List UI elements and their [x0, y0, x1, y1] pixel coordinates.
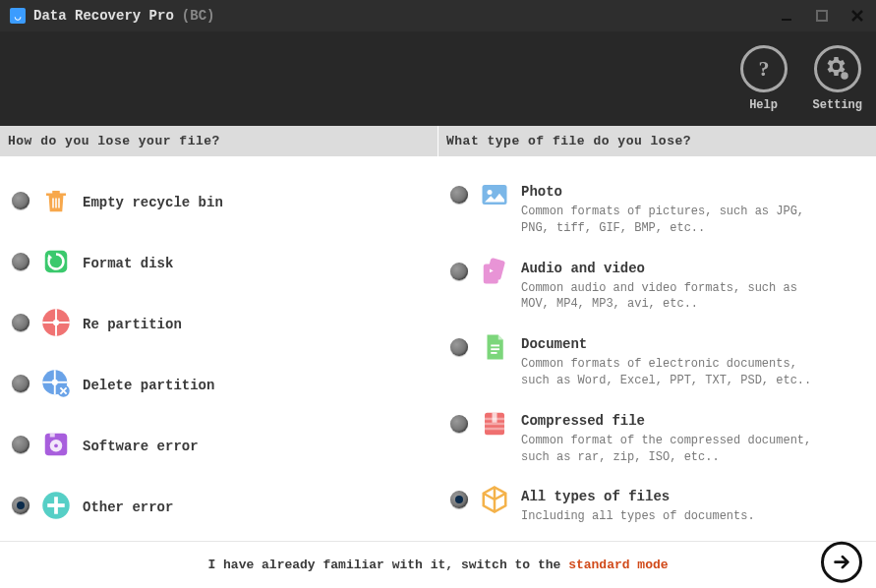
trash-icon — [41, 186, 71, 215]
svg-rect-26 — [484, 264, 498, 283]
right-column-header: What type of file do you lose? — [438, 126, 876, 156]
option-description: Common formats of electronic documents, … — [521, 356, 826, 389]
footer-text-before: I have already familiar with it, switch … — [207, 558, 568, 572]
maximize-button[interactable] — [813, 7, 831, 25]
del-partition-icon — [41, 369, 71, 398]
radio[interactable] — [450, 263, 468, 280]
option-description: Common audio and video formats, such as … — [521, 280, 826, 314]
minimize-button[interactable] — [778, 7, 795, 25]
standard-mode-link[interactable]: standard mode — [568, 558, 668, 572]
svg-point-11 — [53, 320, 59, 325]
titlebar: ◡ Data Recovery Pro (BC) — [0, 0, 876, 31]
svg-rect-32 — [485, 423, 504, 426]
setting-button[interactable]: Setting — [813, 45, 862, 112]
app-icon: ◡ — [10, 8, 26, 24]
radio[interactable] — [450, 186, 468, 204]
right-option-document[interactable]: DocumentCommon formats of electronic doc… — [446, 323, 868, 399]
format-icon — [41, 247, 71, 276]
left-option-other[interactable]: Other error — [8, 475, 430, 536]
zip-icon — [480, 409, 509, 439]
footer: I have already familiar with it, switch … — [0, 542, 876, 588]
svg-rect-28 — [491, 348, 499, 350]
radio[interactable] — [12, 497, 29, 514]
option-text: Audio and videoCommon audio and video fo… — [521, 257, 826, 314]
svg-rect-5 — [55, 199, 57, 208]
left-column: How do you lose your file? Empty recycle… — [0, 126, 438, 541]
option-text: Format disk — [83, 252, 173, 271]
left-option-del-partition[interactable]: Delete partition — [8, 353, 430, 414]
right-option-photo[interactable]: PhotoCommon formats of pictures, such as… — [446, 170, 868, 247]
radio[interactable] — [450, 338, 468, 356]
right-option-all[interactable]: All types of filesIncluding all types of… — [446, 475, 868, 535]
svg-rect-27 — [491, 345, 499, 347]
right-option-zip[interactable]: Compressed fileCommon format of the comp… — [446, 399, 868, 476]
setting-label: Setting — [813, 98, 862, 112]
left-options: Empty recycle binFormat diskRe partition… — [0, 156, 438, 550]
option-title: Format disk — [83, 256, 173, 271]
svg-point-15 — [52, 380, 58, 385]
option-description: Common format of the compressed document… — [521, 433, 826, 466]
radio[interactable] — [12, 375, 29, 392]
option-title: Other error — [83, 500, 173, 515]
option-text: Other error — [83, 496, 173, 515]
option-title: Document — [521, 336, 826, 352]
radio[interactable] — [12, 253, 29, 270]
left-option-format[interactable]: Format disk — [8, 231, 430, 292]
option-text: Compressed fileCommon format of the comp… — [521, 409, 826, 466]
option-text: Re partition — [83, 313, 182, 332]
option-title: Re partition — [83, 317, 182, 332]
radio[interactable] — [12, 436, 29, 453]
app-title-suffix: (BC) — [182, 8, 215, 24]
left-option-partition[interactable]: Re partition — [8, 292, 430, 353]
option-description: Including all types of documents. — [521, 508, 755, 525]
close-button[interactable] — [848, 7, 866, 25]
gear-icon — [814, 45, 861, 92]
software-icon — [41, 430, 71, 459]
window-controls — [778, 7, 866, 25]
footer-text: I have already familiar with it, switch … — [207, 558, 668, 572]
option-title: Audio and video — [521, 261, 826, 276]
svg-rect-29 — [491, 352, 496, 354]
titlebar-left: ◡ Data Recovery Pro (BC) — [10, 8, 214, 24]
toolbar: ? Help Setting — [0, 31, 876, 126]
app-title: Data Recovery Pro — [33, 8, 174, 24]
svg-point-19 — [54, 443, 58, 447]
svg-rect-1 — [817, 11, 827, 21]
content: How do you lose your file? Empty recycle… — [0, 126, 876, 542]
svg-rect-6 — [58, 199, 60, 208]
option-text: Software error — [83, 435, 199, 454]
right-column: What type of file do you lose? PhotoComm… — [438, 126, 876, 541]
help-icon: ? — [740, 45, 788, 92]
help-label: Help — [749, 98, 778, 112]
arrow-right-icon — [831, 551, 852, 572]
media-icon — [480, 257, 509, 286]
next-button[interactable] — [821, 541, 862, 582]
radio[interactable] — [12, 314, 29, 331]
svg-rect-22 — [47, 503, 65, 507]
option-text: PhotoCommon formats of pictures, such as… — [521, 180, 826, 237]
svg-point-3 — [841, 72, 847, 79]
option-title: Delete partition — [83, 378, 214, 393]
option-title: Empty recycle bin — [83, 195, 223, 210]
option-title: Compressed file — [521, 413, 826, 429]
other-icon — [41, 491, 71, 520]
document-icon — [480, 332, 509, 362]
option-title: Software error — [83, 439, 199, 454]
option-title: Photo — [521, 184, 826, 200]
svg-text:?: ? — [758, 57, 769, 81]
left-option-trash[interactable]: Empty recycle bin — [8, 170, 430, 231]
svg-rect-4 — [52, 199, 54, 208]
option-text: Delete partition — [83, 374, 214, 393]
help-button[interactable]: ? Help — [740, 45, 788, 112]
option-description: Common formats of pictures, such as JPG,… — [521, 204, 826, 237]
right-option-media[interactable]: Audio and videoCommon audio and video fo… — [446, 247, 868, 323]
radio[interactable] — [450, 491, 468, 508]
svg-rect-33 — [485, 428, 504, 431]
option-text: Empty recycle bin — [83, 191, 223, 210]
left-column-header: How do you lose your file? — [0, 126, 438, 156]
svg-rect-34 — [493, 413, 497, 423]
radio[interactable] — [450, 415, 468, 433]
option-text: All types of filesIncluding all types of… — [521, 485, 755, 525]
left-option-software[interactable]: Software error — [8, 414, 430, 475]
radio[interactable] — [12, 192, 29, 209]
